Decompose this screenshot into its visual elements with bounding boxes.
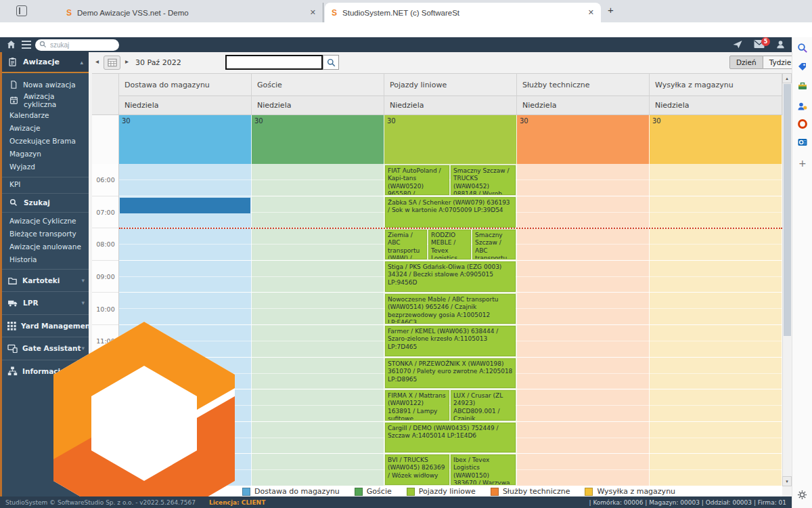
sidebar-item-magazyn[interactable]: Magazyn <box>2 148 89 161</box>
tab-actions-icon[interactable] <box>16 5 27 16</box>
browser-tab-inactive[interactable]: S Demo Awizacje VSS.net - Demo ✕ <box>60 3 323 22</box>
chevron-up-icon[interactable]: ▴ <box>80 59 83 66</box>
legend-item: Dostawa do magazynu <box>242 487 340 496</box>
outlook-icon[interactable] <box>797 137 808 148</box>
calendar-event[interactable]: Stiga / PKS Gdańsk-Oliwa (EZG 0003) 3432… <box>385 261 516 292</box>
status-bar: StudioSystem © SoftwareStudio Sp. z o.o.… <box>0 496 792 508</box>
sidebar-section-kartoteki[interactable]: Kartoteki ▾ <box>2 269 89 291</box>
tab-title: StudioSystem.NET (c) SoftwareSt <box>342 9 583 17</box>
calendar-picker-button[interactable] <box>104 56 120 70</box>
column-header-wysylka: Wysyłka z magazynu <box>650 73 782 96</box>
calendar-event[interactable]: Ibex / Tevex Logistics (WAW0150) 383670 … <box>451 454 516 485</box>
menu-icon[interactable] <box>22 41 31 49</box>
column-body-sluzby[interactable] <box>517 164 650 486</box>
calendar-event[interactable]: BVI / TRUCKS (WAW045) 826369 / Wózek wid… <box>385 454 449 485</box>
settings-gear-icon[interactable] <box>797 490 808 501</box>
sidebar-item-nowa-awizacja[interactable]: Nowa awizacja <box>2 77 89 92</box>
office-icon[interactable] <box>797 119 808 129</box>
calendar-event[interactable]: RODZIO MEBLE / Tevex Logistics <box>428 230 471 259</box>
scroll-down-icon[interactable]: ▾ <box>782 476 792 486</box>
calendar-search-input[interactable] <box>225 55 323 70</box>
column-body-goscie[interactable] <box>252 164 384 486</box>
current-date-label: 30 Paź 2022 <box>135 58 181 67</box>
close-icon[interactable]: ✕ <box>588 8 594 17</box>
calendar-event[interactable]: Smaczny Szczaw / ABC transportu <box>472 230 516 259</box>
grid-icon <box>7 322 16 331</box>
edge-sidebar-rail: + <box>792 37 812 508</box>
tools-icon[interactable] <box>797 81 808 91</box>
allday-cell[interactable]: 30 <box>384 115 517 164</box>
sidebar-item-wyjazd[interactable]: Wyjazd <box>2 161 89 173</box>
status-license: Licencja: CLIENT <box>209 499 265 506</box>
sidebar-section-awizacje[interactable]: Awizacje ▴ <box>2 52 89 73</box>
sidebar-item-kalendarze[interactable]: Kalendarze <box>2 109 89 122</box>
calendar-event[interactable]: Cargill / DEMO (WAW0435) 752449 / Szczaw… <box>385 423 516 452</box>
studiosystem-favicon: S <box>332 8 337 18</box>
calendar-event[interactable]: FIAT AutoPoland / Kapi-tans (WAW0520) 96… <box>385 165 449 195</box>
sidebar-item-historia[interactable]: Historia <box>2 253 89 266</box>
send-icon[interactable] <box>732 39 743 49</box>
time-label: 06:00 <box>92 164 119 196</box>
view-day-button[interactable]: Dzień <box>729 56 763 69</box>
folder-icon <box>7 276 18 285</box>
shopping-icon[interactable] <box>797 62 808 72</box>
mail-badge: 5 <box>761 37 770 46</box>
sidebar-item-kpi[interactable]: KPI <box>2 178 89 191</box>
calendar-event[interactable]: LUX / Crusar (ZL 24923) ABCD809.001 / Cz… <box>451 390 516 421</box>
sidebar-item-awizacja-cykliczna[interactable]: Awizacja cykliczna <box>2 92 89 108</box>
prev-day-icon[interactable]: ◂ <box>95 58 99 65</box>
search-icon[interactable] <box>797 43 808 54</box>
scrollbar-thumb[interactable] <box>784 84 791 336</box>
clipboard-icon <box>8 57 17 67</box>
day-header: Niedziela <box>119 96 252 115</box>
calendar-event[interactable]: Ziemia / ABC transportu (WAW) / Żyrandol… <box>385 230 427 259</box>
allday-cell[interactable]: 30 <box>119 115 252 164</box>
sidebar-item-biezace-transporty[interactable]: Bieżące transporty <box>2 228 89 240</box>
column-body-wysylka[interactable] <box>650 164 782 486</box>
calendar-event[interactable]: STONKA / PRZEWOŹNIK X (WAW0198) 361070 /… <box>385 358 516 388</box>
sidebar-item-awizacje-cykliczne[interactable]: Awizacje Cykliczne <box>2 215 89 228</box>
column-header-sluzby: Służby techniczne <box>517 73 650 96</box>
scroll-up-icon[interactable]: ▴ <box>782 73 792 83</box>
calendar-search-button[interactable] <box>323 55 339 70</box>
add-icon[interactable]: + <box>798 158 807 169</box>
next-day-icon[interactable]: ▸ <box>125 58 129 65</box>
allday-cell[interactable]: 30 <box>517 115 650 164</box>
browser-tab-bar: S Demo Awizacje VSS.net - Demo ✕ S Studi… <box>0 0 812 22</box>
calendar-event[interactable]: FIRMA X / Mattrans (WAW0122) 163891 / La… <box>385 390 449 421</box>
allday-cell[interactable]: 30 <box>252 115 384 164</box>
new-document-icon <box>9 80 18 89</box>
divider <box>2 177 89 177</box>
sidebar-item-szukaj[interactable]: Szukaj <box>2 194 89 210</box>
calendar-event[interactable]: Smaczny Szczaw / TRUCKS (WAW0452) 088148… <box>451 165 516 195</box>
chevron-down-icon[interactable]: ▾ <box>81 277 85 284</box>
legend-item: Pojazdy liniowe <box>407 487 476 496</box>
user-icon[interactable] <box>775 39 786 49</box>
sidebar-item-oczekujace-brama[interactable]: Oczekujące Brama <box>2 135 89 148</box>
studiosystem-favicon: S <box>66 8 72 18</box>
legend-swatch-pojazdy <box>407 488 415 496</box>
sidebar-item-awizacje-anulowane[interactable]: Awizacje anulowane <box>2 240 89 253</box>
legend-item: Goście <box>355 487 392 496</box>
calendar-event[interactable]: Żabka SA / Schenker (WAW079) 636193 / So… <box>385 197 516 228</box>
allday-cell[interactable]: 30 <box>650 115 782 164</box>
divider <box>2 193 89 194</box>
sidebar-item-awizacje[interactable]: Awizacje <box>2 122 89 135</box>
legend-item: Służby techniczne <box>491 487 570 496</box>
legend-swatch-goscie <box>355 488 363 496</box>
calendar-grid-icon <box>108 58 117 67</box>
search-icon <box>327 58 336 67</box>
close-icon[interactable]: ✕ <box>310 8 316 17</box>
people-icon[interactable] <box>797 101 808 112</box>
status-context: | Komórka: 00006 | Magazyn: 00003 | Oddz… <box>589 499 787 506</box>
calendar-event[interactable]: Nowoczesne Mable / ABC transportu (WAW05… <box>385 294 516 324</box>
browser-tab-active[interactable]: S StudioSystem.NET (c) SoftwareSt ✕ <box>325 3 601 22</box>
calendar-event[interactable] <box>120 198 250 213</box>
calendar-event[interactable]: Farmer / KEMEL (WAW063) 638444 / Szaro-z… <box>385 326 516 356</box>
calendar-plus-icon <box>9 96 18 105</box>
new-tab-button[interactable]: + <box>608 4 614 16</box>
home-icon[interactable] <box>6 39 16 49</box>
global-search-input[interactable] <box>35 39 119 51</box>
search-icon <box>39 41 47 48</box>
day-header: Niedziela <box>517 96 650 115</box>
